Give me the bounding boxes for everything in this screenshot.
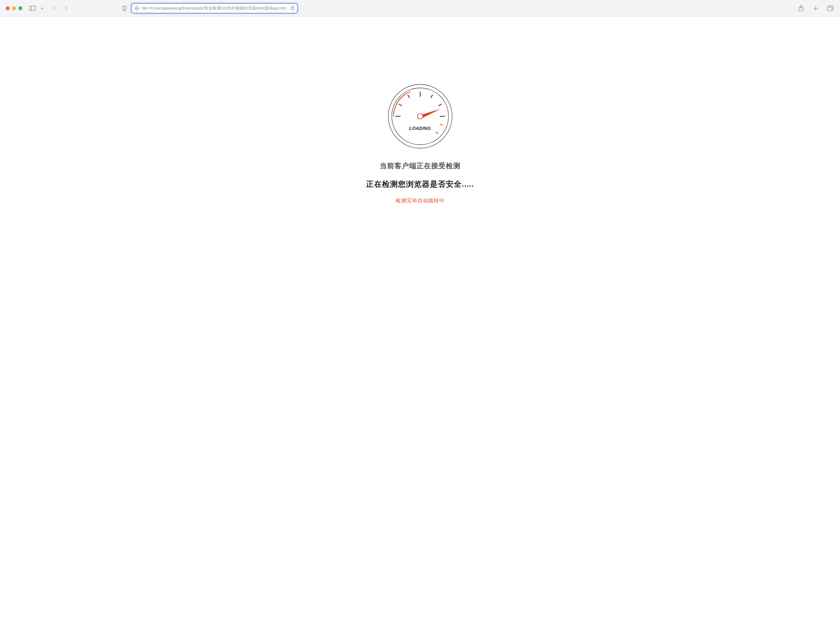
- window-traffic-lights: [6, 6, 22, 10]
- window-minimize-button[interactable]: [12, 6, 16, 10]
- back-button-icon[interactable]: [50, 5, 58, 12]
- browser-window: file:///Users/janewang/Downloads/安全检测GO内…: [0, 0, 840, 621]
- page-content: LOADING 当前客户端正在接受检测 正在检测您浏览器是否安全..... 检测…: [0, 17, 840, 204]
- new-tab-icon[interactable]: [812, 5, 820, 12]
- sidebar-toggle-icon[interactable]: [29, 5, 36, 12]
- forward-button-icon[interactable]: [62, 5, 70, 12]
- svg-line-21: [436, 132, 438, 134]
- heading-secondary: 正在检测您浏览器是否安全.....: [366, 179, 474, 189]
- svg-line-14: [399, 104, 402, 106]
- redirect-subtext: 检测完毕自动跳转中: [396, 197, 445, 204]
- svg-line-15: [407, 95, 409, 98]
- window-maximize-button[interactable]: [18, 6, 22, 10]
- svg-marker-22: [420, 109, 441, 118]
- heading-primary: 当前客户端正在接受检测: [380, 161, 460, 171]
- address-url-text: file:///Users/janewang/Downloads/安全检测GO内…: [142, 5, 288, 11]
- svg-line-17: [431, 95, 433, 98]
- svg-rect-0: [30, 6, 35, 11]
- shield-icon[interactable]: [121, 5, 128, 12]
- share-icon[interactable]: [797, 5, 805, 12]
- chevron-down-icon[interactable]: [38, 5, 46, 12]
- loading-gauge-icon: LOADING: [387, 83, 453, 149]
- address-bar[interactable]: file:///Users/janewang/Downloads/安全检测GO内…: [132, 3, 297, 13]
- reload-icon[interactable]: [291, 6, 295, 11]
- toolbar-right-group: [797, 5, 834, 12]
- page-viewport: LOADING 当前客户端正在接受检测 正在检测您浏览器是否安全..... 检测…: [0, 17, 840, 621]
- gauge-label: LOADING: [387, 126, 453, 131]
- browser-toolbar: file:///Users/janewang/Downloads/安全检测GO内…: [0, 0, 840, 17]
- svg-rect-10: [828, 7, 832, 11]
- svg-line-18: [439, 104, 442, 106]
- window-close-button[interactable]: [6, 6, 9, 10]
- svg-point-23: [418, 114, 423, 119]
- tab-overview-icon[interactable]: [826, 5, 834, 12]
- svg-line-20: [440, 124, 443, 126]
- address-bar-group: file:///Users/janewang/Downloads/安全检测GO内…: [121, 3, 297, 13]
- globe-icon: [135, 6, 139, 11]
